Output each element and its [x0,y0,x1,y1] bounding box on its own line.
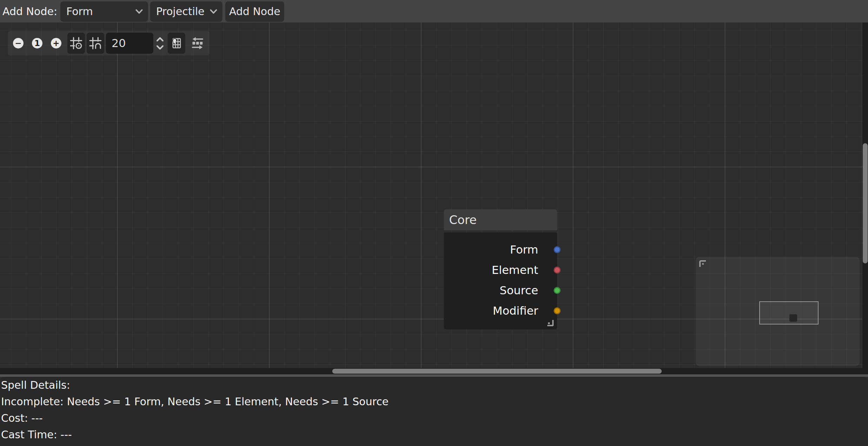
horizontal-scrollbar-thumb[interactable] [332,369,662,374]
add-node-button[interactable]: Add Node [225,1,284,22]
graph-toolbar: − 1 + [8,31,209,55]
port-row-form: Form [444,240,557,260]
port-row-element: Element [444,260,557,280]
graph-node-core[interactable]: Core Form Element Source Modifier [444,209,557,329]
spell-status-text: Incomplete: Needs >= 1 Form, Needs >= 1 … [1,393,868,410]
panel-divider [0,374,868,377]
port-label: Form [510,243,538,256]
arrange-nodes-icon [191,36,205,50]
port-label: Element [492,263,538,277]
spell-cast-time-text: Cast Time: --- [1,426,868,443]
minimap-grid-pin-icon [170,37,183,50]
spell-node-editor: Add Node: Form Projectile Add Node − 1 + [0,0,868,446]
spell-details-panel: Spell Details: Incomplete: Needs >= 1 Fo… [0,377,868,446]
snap-toggle-button[interactable] [87,33,104,54]
graph-minimap[interactable] [696,257,860,366]
node-category-dropdown[interactable]: Form [60,1,148,22]
node-title-bar[interactable]: Core [444,209,557,230]
stepper-up-icon[interactable] [156,37,164,42]
vertical-scrollbar-thumb[interactable] [863,143,868,263]
zoom-in-button[interactable]: + [51,38,61,48]
node-resize-handle-icon[interactable] [547,320,554,326]
spell-details-title: Spell Details: [1,377,868,393]
minimap-camera-rect[interactable] [759,301,819,324]
chevron-down-icon [210,9,217,14]
grid-toggle-button[interactable] [67,33,85,54]
grid-dot-icon [69,37,83,50]
zoom-reset-button[interactable]: 1 [32,38,42,48]
stepper-down-icon[interactable] [156,45,164,50]
minimap-toggle-button[interactable] [168,33,185,54]
node-type-dropdown[interactable]: Projectile [150,1,222,22]
node-body: Form Element Source Modifier [444,232,557,329]
zoom-out-button[interactable]: − [13,38,24,48]
minimap-node-core [789,314,797,322]
minimap-resize-handle-icon[interactable] [699,260,706,267]
port-row-source: Source [444,280,557,301]
grid-magnet-icon [89,37,102,50]
node-category-value: Form [66,5,93,18]
port-row-modifier: Modifier [444,301,557,321]
arrange-nodes-button[interactable] [189,33,206,54]
spell-cost-text: Cost: --- [1,410,868,426]
port-source[interactable] [554,287,561,294]
port-modifier[interactable] [554,307,561,314]
port-element[interactable] [554,267,561,274]
port-label: Modifier [493,304,538,317]
chevron-down-icon [135,9,143,14]
node-type-value: Projectile [156,5,205,18]
add-node-label: Add Node: [2,5,57,18]
graph-canvas[interactable]: − 1 + [0,22,868,368]
add-node-toolbar: Add Node: Form Projectile Add Node [0,0,868,22]
snap-distance-stepper [155,33,165,54]
port-label: Source [500,284,538,297]
port-form[interactable] [554,246,561,253]
snap-distance-input[interactable] [106,33,153,54]
